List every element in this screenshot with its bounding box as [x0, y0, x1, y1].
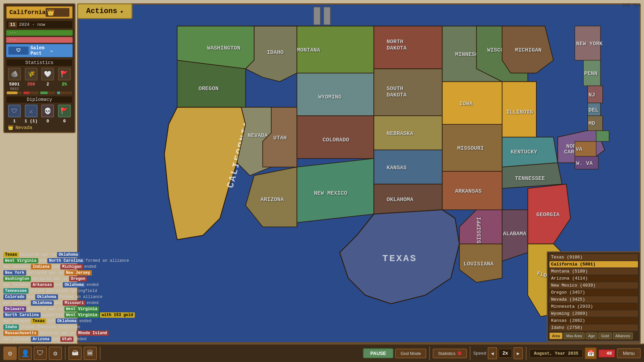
diplo-icon-sword[interactable]: ⚔ [25, 105, 38, 117]
stat-sub-1: 5832 [10, 87, 19, 91]
svg-marker-17 [297, 116, 374, 158]
bottom-icon-settings[interactable]: ⚙ [3, 347, 17, 360]
diplo-icon-skull[interactable]: 💀 [41, 105, 54, 117]
event-text: and [55, 283, 62, 287]
ranking-item[interactable]: Oregon (3457) [549, 289, 638, 296]
event-line: War betweenTexasandOklahomaended [3, 318, 171, 324]
diplo-icon-shield[interactable]: 🛡 [8, 105, 21, 117]
event-line: New Yorkdeclared war onNew Jersey [3, 270, 171, 276]
ranking-item[interactable]: Wyoming (2889) [549, 310, 638, 317]
bottom-icon-gear2[interactable]: ⚙ [49, 347, 62, 360]
diplo-num-2: 1 (1) [23, 119, 39, 124]
bottom-icon-shield[interactable]: 🛡 [34, 347, 47, 360]
bottom-icon-mountain[interactable]: 🏔 [68, 347, 82, 360]
bottom-icon-person[interactable]: 👤 [18, 347, 32, 360]
calendar-icon[interactable]: 📅 [585, 347, 597, 359]
diplo-nums-row: 1 1 (1) 0 0 [6, 119, 73, 124]
event-tag: Texas [31, 318, 46, 324]
statistics-dot [458, 351, 462, 355]
speed-increase-button[interactable]: ▶ [514, 347, 523, 359]
stat-box-3: 2 [40, 82, 55, 91]
event-tag: Idaho [3, 324, 19, 330]
ranking-item[interactable]: Texas (9186) [549, 254, 638, 260]
svg-rect-70 [583, 60, 600, 86]
svg-rect-79 [575, 141, 596, 157]
alliance-icon: 🛡 [8, 47, 29, 55]
event-text: War between [3, 283, 30, 287]
event-tag: North Carolina [3, 312, 41, 318]
event-line: West VirginiaandNorth Carolinaformed an … [3, 258, 171, 263]
selected-state-title[interactable]: California 👑 [6, 6, 73, 19]
mini-bar-2 [23, 92, 39, 94]
event-text: and [27, 295, 35, 299]
stat-box-2: 350 [23, 82, 39, 91]
event-text: declared war on [32, 277, 68, 281]
speed-decrease-button[interactable]: ◀ [488, 347, 497, 359]
ranking-item[interactable]: Nevada (3425) [549, 296, 638, 303]
pause-indicator-top [313, 7, 331, 25]
event-tag: Oklahoma [57, 252, 80, 257]
event-tag: Oklahoma [56, 318, 78, 324]
event-tag: Oklahoma [31, 300, 54, 306]
event-line: Tennesseejoined Operation Springfield [3, 288, 171, 294]
year-range: 2024 - now [19, 22, 45, 27]
ranking-item[interactable]: New Mexico (4039) [549, 282, 638, 289]
svg-rect-72 [588, 86, 603, 103]
ranking-item[interactable]: Montana (5180) [549, 268, 638, 275]
diplomacy-section-header: Diplomacy [6, 96, 73, 103]
event-text: declared war on [20, 252, 56, 257]
ranking-item[interactable]: California (5801) [549, 261, 638, 267]
enemy-label-row: 👑 Nevada [6, 125, 73, 130]
ranking-item[interactable]: Minnesota (2933) [549, 303, 638, 310]
event-text: formed an alliance [86, 258, 129, 263]
svg-marker-23 [374, 26, 442, 69]
statistics-label: Statistics [438, 351, 455, 356]
event-text: ended [74, 337, 87, 342]
diplo-icon-flag[interactable]: 🚩 [58, 105, 71, 117]
ranking-item[interactable]: Idaho (2758) [549, 324, 638, 331]
event-text: and [47, 319, 55, 323]
svg-marker-43 [442, 171, 502, 210]
event-tag: Missouri [63, 300, 86, 306]
enemy-crown-icon: 👑 [8, 125, 13, 130]
alliance-row[interactable]: 🛡 Salem Pact ✏ [6, 44, 73, 57]
statistics-section-header: Statistics [6, 59, 73, 66]
event-line: War betweenArizonaandUtahended [3, 337, 171, 342]
notification-badge[interactable]: 48 [598, 349, 615, 358]
pause-button[interactable]: PAUSE [363, 348, 393, 358]
rank-btn-alliances[interactable]: Alliances [613, 333, 633, 339]
event-text: declared war on [27, 307, 63, 311]
svg-marker-47 [502, 26, 553, 73]
stat-icon-food: 🌾 [25, 68, 38, 80]
event-line: North CarolinasupportedWest Virginiawith… [3, 312, 171, 318]
diplo-val-4: 0 [63, 119, 66, 124]
svg-marker-39 [442, 81, 502, 124]
god-mode-button[interactable]: God Mode [395, 349, 426, 358]
event-tag: West Virginia [64, 306, 99, 312]
event-text: formed an alliance [59, 295, 103, 299]
event-text: and [39, 258, 47, 263]
actions-button[interactable]: Actions ✦ [77, 3, 132, 19]
event-line: Massachusettsdeclared war onRhode Island [3, 330, 171, 336]
ranking-item[interactable]: Kansas (2882) [549, 317, 638, 324]
stat-values-row: 5801 5832 350 2 2% [6, 82, 73, 91]
rank-btn-area[interactable]: Area [549, 333, 562, 339]
crown-icon: 👑 [46, 8, 69, 17]
population-row: 11 2024 - now [6, 20, 73, 29]
rank-btn-max-area[interactable]: Max Area [564, 333, 584, 339]
event-text: joined Cheyenne Coalition [20, 325, 80, 329]
statistics-button[interactable]: Statistics [433, 349, 467, 358]
rank-btn-gold[interactable]: Gold [598, 333, 611, 339]
event-tag: Indiana [31, 264, 51, 269]
ranking-item[interactable]: Arizona (4114) [549, 275, 638, 282]
event-text: ended [84, 264, 96, 269]
event-tag: Texas [3, 252, 19, 257]
rank-btn-age[interactable]: Age [586, 333, 598, 339]
bottom-icon-building[interactable]: 🏛 [84, 347, 97, 360]
event-tag: New Jersey [64, 270, 92, 276]
speed-control: Speed ◀ 2x ▶ [473, 347, 523, 359]
stat-box-1: 5801 5832 [7, 82, 22, 91]
edit-icon[interactable]: ✏ [50, 48, 70, 54]
event-line: Delawaredeclared war onWest Virginia [3, 306, 171, 312]
menu-button[interactable]: Menu [617, 348, 641, 358]
